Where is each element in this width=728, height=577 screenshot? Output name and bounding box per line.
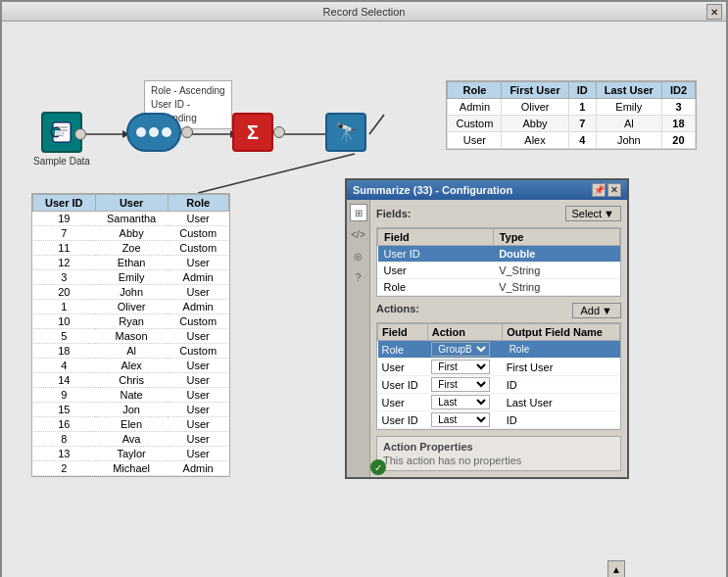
data-table-row[interactable]: 14ChrisUser [33,373,229,388]
action-select[interactable]: First [431,377,490,392]
data-table-row[interactable]: 7AbbyCustom [33,226,229,241]
select-button[interactable]: Select ▼ [565,206,621,221]
field-type: V_String [493,263,619,279]
fields-label: Fields: [376,208,411,219]
data-table-row[interactable]: 16ElenUser [33,417,229,432]
action-select[interactable]: Last [431,412,490,427]
output-table-row: AdminOliver1Emily3 [448,99,696,116]
config-icon-help[interactable]: ? [350,268,367,286]
output-col-id: ID [568,82,596,99]
sort-line1: Role - Ascending [151,84,225,98]
data-cell: 3 [33,270,96,285]
data-cell: 11 [33,241,96,256]
data-cell: 20 [33,285,96,300]
action-field: User [378,359,428,376]
output-cell: Al [596,116,661,132]
data-cell: 15 [33,403,96,417]
data-table-row[interactable]: 5MasonUser [33,329,229,344]
output-table-container: RoleFirst UserIDLast UserID2 AdminOliver… [446,80,697,150]
action-field: User ID [378,411,428,429]
data-cell: 18 [33,344,96,359]
actions-label: Actions: [376,303,419,314]
data-cell: User [168,447,228,461]
output-cell: Emily [596,99,661,116]
pin-button[interactable]: 📌 [592,183,606,197]
data-table-row[interactable]: 8AvaUser [33,432,229,447]
field-name: User ID [378,246,494,263]
sample-data-label: Sample Data [33,156,90,167]
move-up-button[interactable]: ▲ [607,560,625,577]
data-cell: User [168,432,228,447]
config-icon-circle[interactable]: ◎ [350,247,367,264]
data-table-row[interactable]: 2MichaelAdmin [33,461,229,476]
window-title: Record Selection [323,6,406,18]
data-col-user: User [95,195,168,212]
config-title-controls: 📌 ✕ [592,183,621,197]
config-content: Fields: Select ▼ Field Type [370,200,627,477]
data-cell: User [168,417,228,432]
field-type: Double [493,246,619,263]
connector-mid [181,126,193,138]
data-cell: User [168,212,228,226]
data-cell: 9 [33,388,96,403]
data-table-row[interactable]: 3EmilyAdmin [33,270,229,285]
data-table-row[interactable]: 9NateUser [33,388,229,403]
data-table-row[interactable]: 1OliverAdmin [33,300,229,314]
output-cell: User [448,132,502,149]
add-action-button[interactable]: Add ▼ [572,303,621,318]
data-table-row[interactable]: 12EthanUser [33,256,229,270]
action-field: User ID [378,376,428,394]
data-table-row[interactable]: 19SamanthaUser [33,212,229,226]
data-table-row[interactable]: 20JohnUser [33,285,229,300]
action-type-cell: Last [427,411,502,429]
output-field-input[interactable] [507,343,570,356]
data-cell: 13 [33,447,96,461]
action-row[interactable]: User IDLastID [378,411,620,429]
config-close-button[interactable]: ✕ [607,183,621,197]
summarize-node[interactable]: Σ [232,113,273,152]
data-cell: Custom [168,226,228,241]
data-col-user-id: User ID [33,195,96,212]
filter-node[interactable] [126,113,181,152]
title-bar: Record Selection ✕ [2,2,726,22]
canvas: 📖 Sample Data Role - Ascending User ID -… [2,22,726,577]
data-cell: Oliver [95,300,168,314]
fields-row[interactable]: RoleV_String [378,279,620,296]
config-icon-code[interactable]: </> [350,225,367,243]
data-cell: 16 [33,417,96,432]
data-cell: 4 [33,359,96,373]
output-table-row: CustomAbby7Al18 [448,116,696,132]
status-bar: ✓ [370,459,386,475]
output-cell: 3 [661,99,695,116]
config-icon-grid[interactable]: ⊞ [350,204,367,221]
data-table: User IDUserRole 19SamanthaUser7AbbyCusto… [32,194,229,476]
data-table-row[interactable]: 10RyanCustom [33,314,229,329]
data-table-row[interactable]: 18AlCustom [33,344,229,359]
data-table-row[interactable]: 15JonUser [33,403,229,417]
action-row[interactable]: UserLastLast User [378,394,620,411]
action-select[interactable]: GroupBy [431,342,490,357]
action-row[interactable]: UserFirstFirst User [378,359,620,376]
data-cell: User [168,373,228,388]
data-cell: Michael [95,461,168,476]
data-table-row[interactable]: 4AlexUser [33,359,229,373]
action-row[interactable]: User IDFirstID [378,376,620,394]
output-cell: Alex [502,132,568,149]
field-name: Role [378,279,494,296]
data-table-row[interactable]: 11ZoeCustom [33,241,229,256]
fields-row[interactable]: User IDDouble [378,246,620,263]
output-cell: Admin [448,99,502,116]
data-cell: User [168,359,228,373]
browse-node[interactable]: 🔭 [325,113,366,152]
config-title: Summarize (33) - Configuration [353,184,512,196]
data-cell: 5 [33,329,96,344]
output-cell: 18 [661,116,695,132]
close-button[interactable]: ✕ [706,4,722,20]
fields-row[interactable]: UserV_String [378,263,620,279]
action-output-cell: Last User [503,394,620,411]
data-cell: Samantha [95,212,168,226]
data-table-row[interactable]: 13TaylorUser [33,447,229,461]
action-select[interactable]: First [431,360,490,374]
action-row[interactable]: RoleGroupBy [378,341,620,359]
action-select[interactable]: Last [431,395,490,409]
